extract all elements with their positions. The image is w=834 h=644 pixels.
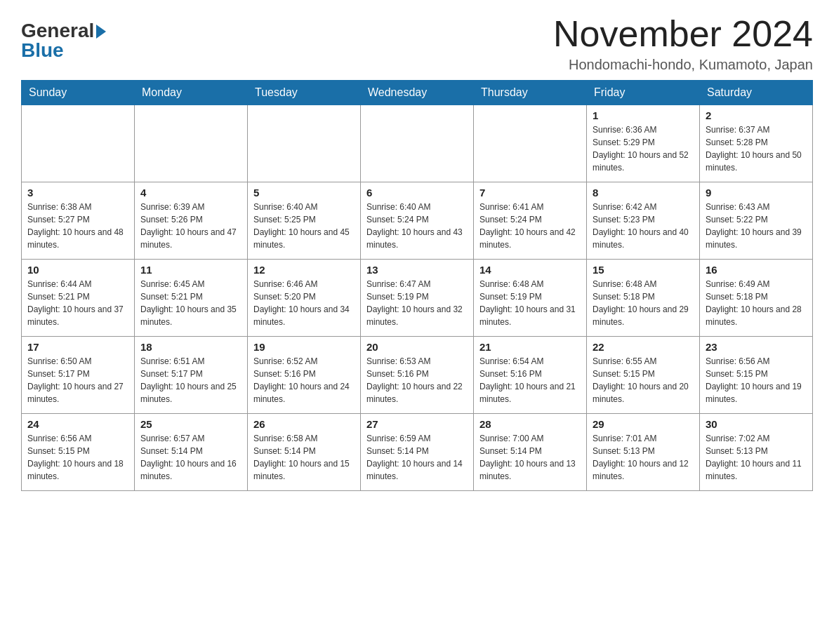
day-number: 10 — [27, 264, 128, 276]
weekday-header-saturday: Saturday — [700, 81, 813, 105]
day-info: Sunrise: 6:37 AM Sunset: 5:28 PM Dayligh… — [706, 123, 807, 174]
day-info: Sunrise: 6:56 AM Sunset: 5:15 PM Dayligh… — [706, 355, 807, 405]
calendar-cell: 8Sunrise: 6:42 AM Sunset: 5:23 PM Daylig… — [587, 182, 700, 260]
title-section: November 2024 Hondomachi-hondo, Kumamoto… — [553, 14, 813, 73]
day-info: Sunrise: 6:53 AM Sunset: 5:16 PM Dayligh… — [366, 355, 468, 405]
day-info: Sunrise: 6:36 AM Sunset: 5:29 PM Dayligh… — [593, 123, 694, 174]
calendar-cell: 20Sunrise: 6:53 AM Sunset: 5:16 PM Dayli… — [361, 337, 474, 414]
day-info: Sunrise: 6:44 AM Sunset: 5:21 PM Dayligh… — [27, 278, 128, 328]
day-number: 25 — [140, 418, 241, 430]
day-number: 26 — [253, 418, 355, 430]
calendar-cell: 12Sunrise: 6:46 AM Sunset: 5:20 PM Dayli… — [248, 260, 361, 337]
day-number: 30 — [706, 418, 807, 430]
calendar-cell: 24Sunrise: 6:56 AM Sunset: 5:15 PM Dayli… — [22, 414, 135, 491]
day-info: Sunrise: 6:56 AM Sunset: 5:15 PM Dayligh… — [27, 432, 128, 483]
calendar-cell: 27Sunrise: 6:59 AM Sunset: 5:14 PM Dayli… — [361, 414, 474, 491]
day-info: Sunrise: 6:59 AM Sunset: 5:14 PM Dayligh… — [366, 432, 468, 483]
day-number: 28 — [479, 418, 581, 430]
day-info: Sunrise: 6:45 AM Sunset: 5:21 PM Dayligh… — [140, 278, 241, 328]
day-number: 27 — [366, 418, 468, 430]
calendar-cell: 29Sunrise: 7:01 AM Sunset: 5:13 PM Dayli… — [587, 414, 700, 491]
day-number: 20 — [366, 341, 468, 353]
day-number: 23 — [706, 341, 807, 353]
calendar-week-row: 17Sunrise: 6:50 AM Sunset: 5:17 PM Dayli… — [22, 337, 813, 414]
day-info: Sunrise: 6:50 AM Sunset: 5:17 PM Dayligh… — [27, 355, 128, 405]
calendar-cell: 7Sunrise: 6:41 AM Sunset: 5:24 PM Daylig… — [474, 182, 587, 260]
calendar-cell: 2Sunrise: 6:37 AM Sunset: 5:28 PM Daylig… — [700, 105, 813, 182]
weekday-header-tuesday: Tuesday — [248, 81, 361, 105]
calendar-cell: 15Sunrise: 6:48 AM Sunset: 5:18 PM Dayli… — [587, 260, 700, 337]
day-number: 22 — [593, 341, 694, 353]
day-number: 21 — [479, 341, 581, 353]
calendar-cell — [361, 105, 474, 182]
logo-general: General — [21, 21, 106, 41]
day-number: 24 — [27, 418, 128, 430]
day-info: Sunrise: 6:41 AM Sunset: 5:24 PM Dayligh… — [479, 201, 581, 251]
day-number: 14 — [479, 264, 581, 276]
calendar-table: SundayMondayTuesdayWednesdayThursdayFrid… — [21, 80, 813, 491]
calendar-cell: 1Sunrise: 6:36 AM Sunset: 5:29 PM Daylig… — [587, 105, 700, 182]
day-info: Sunrise: 7:00 AM Sunset: 5:14 PM Dayligh… — [479, 432, 581, 483]
calendar-week-row: 1Sunrise: 6:36 AM Sunset: 5:29 PM Daylig… — [22, 105, 813, 182]
calendar-week-row: 3Sunrise: 6:38 AM Sunset: 5:27 PM Daylig… — [22, 182, 813, 260]
day-number: 6 — [366, 187, 468, 199]
day-info: Sunrise: 6:48 AM Sunset: 5:18 PM Dayligh… — [593, 278, 694, 328]
logo-arrow-icon — [96, 25, 106, 39]
day-number: 19 — [253, 341, 355, 353]
day-info: Sunrise: 6:47 AM Sunset: 5:19 PM Dayligh… — [366, 278, 468, 328]
day-number: 11 — [140, 264, 241, 276]
calendar-cell: 30Sunrise: 7:02 AM Sunset: 5:13 PM Dayli… — [700, 414, 813, 491]
calendar-cell — [135, 105, 248, 182]
day-info: Sunrise: 6:54 AM Sunset: 5:16 PM Dayligh… — [479, 355, 581, 405]
calendar-cell: 18Sunrise: 6:51 AM Sunset: 5:17 PM Dayli… — [135, 337, 248, 414]
calendar-cell: 6Sunrise: 6:40 AM Sunset: 5:24 PM Daylig… — [361, 182, 474, 260]
calendar-cell: 28Sunrise: 7:00 AM Sunset: 5:14 PM Dayli… — [474, 414, 587, 491]
weekday-header-wednesday: Wednesday — [361, 81, 474, 105]
calendar-header-row: SundayMondayTuesdayWednesdayThursdayFrid… — [22, 81, 813, 105]
day-number: 5 — [253, 187, 355, 199]
day-info: Sunrise: 6:42 AM Sunset: 5:23 PM Dayligh… — [593, 201, 694, 251]
calendar-cell: 21Sunrise: 6:54 AM Sunset: 5:16 PM Dayli… — [474, 337, 587, 414]
day-info: Sunrise: 6:40 AM Sunset: 5:24 PM Dayligh… — [366, 201, 468, 251]
day-number: 4 — [140, 187, 241, 199]
day-info: Sunrise: 6:38 AM Sunset: 5:27 PM Dayligh… — [27, 201, 128, 251]
day-info: Sunrise: 6:55 AM Sunset: 5:15 PM Dayligh… — [593, 355, 694, 405]
month-title: November 2024 — [553, 14, 813, 54]
logo: General Blue — [21, 14, 106, 60]
day-number: 12 — [253, 264, 355, 276]
day-number: 1 — [593, 109, 694, 121]
calendar-cell: 11Sunrise: 6:45 AM Sunset: 5:21 PM Dayli… — [135, 260, 248, 337]
calendar-cell: 5Sunrise: 6:40 AM Sunset: 5:25 PM Daylig… — [248, 182, 361, 260]
calendar-cell: 22Sunrise: 6:55 AM Sunset: 5:15 PM Dayli… — [587, 337, 700, 414]
day-number: 9 — [706, 187, 807, 199]
day-info: Sunrise: 6:48 AM Sunset: 5:19 PM Dayligh… — [479, 278, 581, 328]
day-number: 18 — [140, 341, 241, 353]
day-number: 15 — [593, 264, 694, 276]
calendar-cell: 25Sunrise: 6:57 AM Sunset: 5:14 PM Dayli… — [135, 414, 248, 491]
day-info: Sunrise: 6:52 AM Sunset: 5:16 PM Dayligh… — [253, 355, 355, 405]
calendar-cell: 10Sunrise: 6:44 AM Sunset: 5:21 PM Dayli… — [22, 260, 135, 337]
calendar-cell: 14Sunrise: 6:48 AM Sunset: 5:19 PM Dayli… — [474, 260, 587, 337]
calendar-cell: 19Sunrise: 6:52 AM Sunset: 5:16 PM Dayli… — [248, 337, 361, 414]
day-info: Sunrise: 6:43 AM Sunset: 5:22 PM Dayligh… — [706, 201, 807, 251]
calendar-cell — [474, 105, 587, 182]
weekday-header-monday: Monday — [135, 81, 248, 105]
calendar-cell: 23Sunrise: 6:56 AM Sunset: 5:15 PM Dayli… — [700, 337, 813, 414]
calendar-week-row: 10Sunrise: 6:44 AM Sunset: 5:21 PM Dayli… — [22, 260, 813, 337]
calendar-cell: 9Sunrise: 6:43 AM Sunset: 5:22 PM Daylig… — [700, 182, 813, 260]
day-info: Sunrise: 7:01 AM Sunset: 5:13 PM Dayligh… — [593, 432, 694, 483]
calendar-cell — [22, 105, 135, 182]
weekday-header-thursday: Thursday — [474, 81, 587, 105]
weekday-header-friday: Friday — [587, 81, 700, 105]
logo-blue: Blue — [21, 41, 64, 60]
day-number: 17 — [27, 341, 128, 353]
day-number: 16 — [706, 264, 807, 276]
calendar-cell: 13Sunrise: 6:47 AM Sunset: 5:19 PM Dayli… — [361, 260, 474, 337]
calendar-week-row: 24Sunrise: 6:56 AM Sunset: 5:15 PM Dayli… — [22, 414, 813, 491]
day-info: Sunrise: 6:49 AM Sunset: 5:18 PM Dayligh… — [706, 278, 807, 328]
day-number: 7 — [479, 187, 581, 199]
calendar-cell: 16Sunrise: 6:49 AM Sunset: 5:18 PM Dayli… — [700, 260, 813, 337]
day-info: Sunrise: 6:39 AM Sunset: 5:26 PM Dayligh… — [140, 201, 241, 251]
day-number: 8 — [593, 187, 694, 199]
calendar-cell: 3Sunrise: 6:38 AM Sunset: 5:27 PM Daylig… — [22, 182, 135, 260]
